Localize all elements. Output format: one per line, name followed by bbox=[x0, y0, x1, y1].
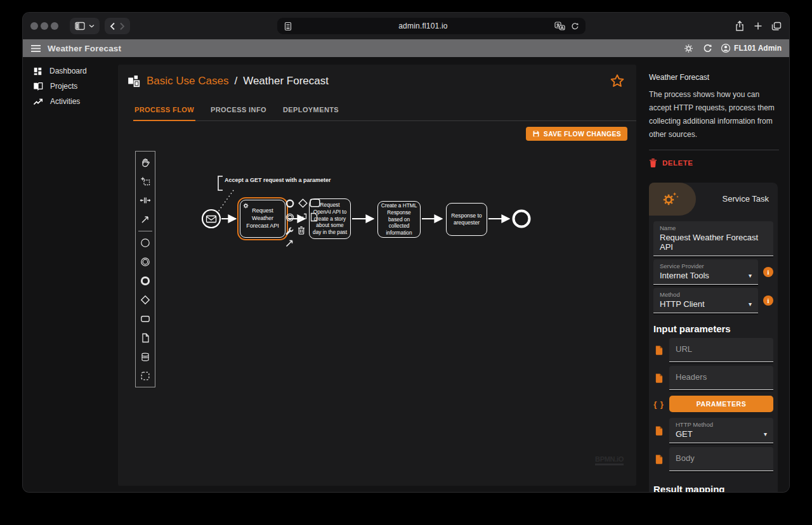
projects-icon bbox=[33, 82, 43, 91]
settings-gear-icon[interactable] bbox=[683, 43, 694, 54]
app-title: Weather Forecast bbox=[48, 44, 121, 53]
sidebar-item-activities[interactable]: Activities bbox=[23, 94, 118, 109]
method-info-icon[interactable]: i bbox=[763, 295, 773, 306]
method-value: HTTP Client bbox=[660, 299, 705, 309]
text-parameter-icon bbox=[654, 454, 664, 465]
service-task-card: Service Task Name Request Weather Foreca… bbox=[649, 183, 778, 492]
share-icon[interactable] bbox=[735, 20, 745, 32]
headers-placeholder: Headers bbox=[676, 369, 767, 386]
name-field[interactable]: Name Request Weather Forecast API bbox=[653, 221, 773, 256]
back-icon[interactable] bbox=[110, 22, 115, 30]
method-label: Method bbox=[660, 291, 752, 298]
http-method-value: GET bbox=[676, 429, 693, 439]
chevron-down-icon: ▾ bbox=[764, 431, 767, 438]
service-provider-label: Service Provider bbox=[660, 262, 752, 269]
bpmn-io-logo[interactable]: BPMN.iO bbox=[595, 455, 624, 465]
task-create-html[interactable]: Create a HTML Response based on collecte… bbox=[377, 201, 421, 238]
append-data-icon[interactable] bbox=[310, 212, 318, 222]
sidebar: Dashboard Projects Activities bbox=[23, 57, 118, 109]
parameters-button[interactable]: PARAMETERS bbox=[669, 396, 773, 412]
browser-window: admin.fl101.io Weather Forecast FL101 Ad… bbox=[23, 13, 789, 492]
append-end-event-icon[interactable] bbox=[285, 198, 295, 209]
reader-icon[interactable] bbox=[284, 22, 292, 31]
create-data-object-tool[interactable] bbox=[136, 328, 155, 347]
task-request-weather[interactable]: Request Weather Forecast API bbox=[240, 200, 285, 238]
connect-arrow-icon[interactable] bbox=[285, 238, 294, 248]
minimize-window-button[interactable] bbox=[41, 22, 48, 30]
dashboard-icon bbox=[33, 67, 43, 76]
create-end-event-tool[interactable] bbox=[136, 271, 155, 290]
text-annotation[interactable]: Accept a GET request with a parameter bbox=[225, 177, 339, 183]
breadcrumb-separator: / bbox=[234, 75, 237, 88]
hand-tool[interactable] bbox=[136, 153, 155, 172]
wrench-icon[interactable] bbox=[285, 226, 294, 236]
app-body: Dashboard Projects Activities Basic Use … bbox=[23, 57, 789, 492]
headers-field[interactable]: Headers bbox=[669, 366, 773, 390]
create-subprocess-tool[interactable] bbox=[136, 366, 155, 386]
main-panel: Basic Use Cases / Weather Forecast PROCE… bbox=[118, 65, 636, 486]
forward-icon[interactable] bbox=[119, 22, 125, 30]
save-flow-changes-button[interactable]: SAVE FLOW CHANGES bbox=[526, 127, 627, 141]
sidebar-item-label: Activities bbox=[50, 97, 80, 106]
sidebar-item-dashboard[interactable]: Dashboard bbox=[23, 63, 118, 79]
delete-trash-icon bbox=[649, 158, 657, 167]
trash-icon[interactable] bbox=[297, 226, 306, 235]
global-connect-tool[interactable] bbox=[136, 210, 155, 229]
lasso-tool[interactable] bbox=[136, 172, 155, 191]
tab-bar: PROCESS FLOW PROCESS INFO DEPLOYMENTS bbox=[133, 102, 636, 121]
append-gateway-icon[interactable] bbox=[298, 198, 308, 209]
service-provider-value: Internet Tools bbox=[660, 271, 709, 280]
delete-button[interactable]: DELETE bbox=[649, 158, 787, 167]
refresh-icon[interactable] bbox=[702, 43, 712, 53]
breadcrumb-parent[interactable]: Basic Use Cases bbox=[147, 75, 228, 88]
tabs-overview-icon[interactable] bbox=[771, 22, 782, 31]
space-tool[interactable] bbox=[136, 191, 155, 210]
new-tab-icon[interactable] bbox=[754, 22, 763, 30]
url-text: admin.fl101.io bbox=[292, 22, 554, 30]
process-description: The process shows how you can accept HTT… bbox=[649, 88, 781, 141]
url-field[interactable]: URL bbox=[669, 338, 773, 362]
translate-icon[interactable] bbox=[554, 22, 565, 30]
create-intermediate-event-tool[interactable] bbox=[136, 252, 155, 271]
reload-icon[interactable] bbox=[570, 22, 579, 30]
method-select[interactable]: Method HTTP Client▾ bbox=[653, 288, 758, 313]
create-gateway-tool[interactable] bbox=[136, 290, 155, 309]
sidebar-toggle-icon bbox=[75, 22, 85, 30]
service-provider-info-icon[interactable]: i bbox=[763, 267, 773, 277]
sidebar-toggle-button[interactable] bbox=[70, 18, 100, 34]
close-window-button[interactable] bbox=[30, 22, 38, 30]
tab-process-info[interactable]: PROCESS INFO bbox=[209, 102, 268, 120]
user-menu[interactable]: FL101 Admin bbox=[721, 43, 782, 53]
service-task-card-header: Service Task bbox=[649, 183, 778, 216]
http-method-select[interactable]: HTTP Method GET▾ bbox=[669, 418, 773, 443]
sidebar-item-projects[interactable]: Projects bbox=[23, 79, 118, 94]
service-provider-select[interactable]: Service Provider Internet Tools▾ bbox=[653, 259, 758, 285]
sidebar-item-label: Projects bbox=[50, 82, 77, 91]
tab-process-flow[interactable]: PROCESS FLOW bbox=[133, 102, 195, 121]
tab-deployments[interactable]: DEPLOYMENTS bbox=[282, 102, 340, 120]
browser-toolbar: admin.fl101.io bbox=[23, 13, 789, 39]
append-intermediate-event-icon[interactable] bbox=[285, 212, 295, 223]
nav-buttons bbox=[105, 18, 130, 34]
menu-icon[interactable] bbox=[30, 44, 41, 53]
zoom-window-button[interactable] bbox=[51, 22, 58, 30]
divider bbox=[649, 150, 779, 150]
task-label: Response to arequester bbox=[449, 212, 485, 226]
address-bar[interactable]: admin.fl101.io bbox=[277, 18, 586, 34]
create-start-event-tool[interactable] bbox=[136, 233, 155, 252]
breadcrumb-current: Weather Forecast bbox=[243, 75, 329, 88]
task-label: Request Weather Forecast API bbox=[242, 207, 283, 230]
create-task-tool[interactable] bbox=[136, 309, 155, 328]
body-field[interactable]: Body bbox=[669, 447, 773, 471]
favorite-star-icon[interactable] bbox=[610, 74, 625, 89]
url-placeholder: URL bbox=[676, 341, 767, 358]
service-task-gear-sparkle-icon bbox=[662, 191, 679, 207]
save-button-label: SAVE FLOW CHANGES bbox=[544, 130, 621, 138]
create-data-store-tool[interactable] bbox=[136, 347, 155, 366]
name-field-label: Name bbox=[660, 224, 767, 231]
task-response[interactable]: Response to arequester bbox=[446, 203, 487, 236]
bpmn-palette bbox=[135, 151, 155, 387]
append-annotation-icon[interactable] bbox=[298, 212, 308, 222]
sidebar-item-label: Dashboard bbox=[49, 67, 87, 75]
append-task-icon[interactable] bbox=[310, 198, 320, 207]
